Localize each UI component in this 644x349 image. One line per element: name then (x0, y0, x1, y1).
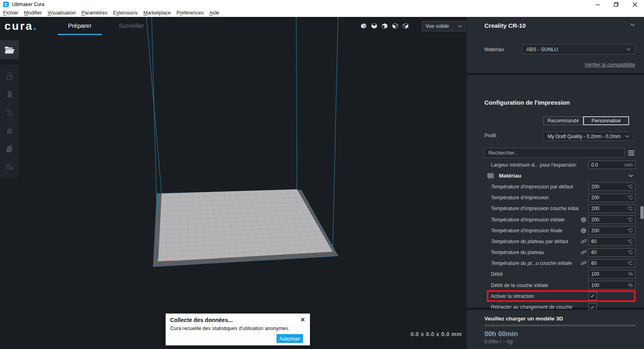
chevron-down-icon (458, 25, 462, 27)
tab-surveiller[interactable]: Surveiller (112, 22, 151, 29)
material-usage-estimate: 0.00m / ~ 0g (484, 339, 513, 345)
chevron-down-icon[interactable] (630, 23, 635, 26)
print-settings-panel: Configuration de l'impression Recommandé… (467, 75, 644, 308)
menu-item-marketplace[interactable]: Marketplace (141, 10, 174, 16)
menu-item-modifier[interactable]: Modifier (21, 10, 45, 16)
minimize-button[interactable] (588, 0, 607, 9)
setting-label: Débit (491, 271, 579, 277)
view-front-icon[interactable] (371, 23, 378, 29)
viewport-3d[interactable]: 0.0 x 0.0 x 0.0 mm (0, 17, 467, 349)
setting-value: 60 (591, 250, 627, 255)
model-dimensions-label: 0.0 x 0.0 x 0.0 mm (403, 331, 462, 337)
setting-value-field[interactable]: 200°C (588, 226, 636, 235)
scale-tool-button[interactable] (4, 88, 16, 100)
menu-item-extensions[interactable]: Extensions (110, 10, 141, 16)
print-time-estimate: 00h 00min (484, 330, 518, 338)
move-tool-icon (5, 71, 15, 81)
custom-mode-button[interactable]: Personnalisé (583, 116, 629, 125)
setting-row[interactable]: Température d’impression par défaut200°C (484, 181, 636, 192)
material-value: ABS - SUNLU (526, 47, 558, 52)
setting-unit: °C (627, 260, 633, 266)
menu-item-fichier[interactable]: Fichier (3, 10, 21, 16)
menu-item-paramtres[interactable]: Paramètres (79, 10, 110, 16)
printer-name[interactable]: Creality CR-10 (484, 22, 526, 29)
setting-value-field[interactable]: 100% (588, 270, 636, 279)
allow-button[interactable]: Autoriser (276, 334, 303, 343)
tab-preparer[interactable]: Préparer (58, 22, 102, 29)
setting-value: 0.0 (591, 162, 625, 168)
restore-button[interactable] (607, 0, 625, 9)
setting-label: Rétracter au changement de couche (491, 304, 579, 310)
function-icon-slot: fx (579, 228, 588, 233)
setting-value-field[interactable]: 200°C (588, 215, 636, 224)
setting-value: 100 (591, 283, 628, 288)
setting-value-field[interactable]: 200°C (588, 204, 636, 213)
setting-row[interactable]: Température du pl...u couche initiale60°… (484, 258, 636, 269)
move-tool-button[interactable] (4, 70, 16, 82)
setting-value-field[interactable]: 60°C (588, 259, 636, 268)
menu-bar: FichierModifierVisualisationParamètresEx… (0, 9, 644, 17)
view-mode-dropdown[interactable]: Vue solide (422, 21, 466, 31)
settings-scrollbar[interactable] (640, 206, 644, 219)
setting-unit: °C (627, 195, 633, 200)
setting-row[interactable]: Température d’impression finalefx200°C (484, 225, 636, 236)
material-label: Matériau (484, 47, 504, 52)
function-icon: fx (581, 217, 586, 223)
setting-category-row[interactable]: Matériau (484, 170, 636, 181)
setting-unit: °C (627, 217, 633, 223)
material-dropdown[interactable]: ABS - SUNLU (522, 44, 635, 54)
settings-search-input[interactable] (488, 150, 620, 156)
setting-row[interactable]: Température du plateau60°C (484, 247, 636, 258)
settings-list: Largeur minimum d... pour l'expansion0.0… (484, 159, 636, 324)
setting-value: 200 (591, 206, 627, 211)
setting-row[interactable]: Température du plateau par défaut60°C (484, 236, 636, 247)
support-blocker-button[interactable] (4, 161, 16, 173)
setting-value-field[interactable]: 60°C (588, 248, 636, 257)
setting-value-field[interactable]: 200°C (588, 182, 636, 191)
setting-value-field[interactable]: 60°C (588, 237, 636, 246)
setting-row[interactable]: Température d’impression200°C (484, 192, 636, 203)
setting-value: 200 (591, 217, 627, 223)
dialog-title: Collecte des données... (170, 317, 233, 323)
cura-logo-dot: . (33, 20, 37, 32)
setting-label: Température d’impression (491, 195, 579, 200)
view-3d-icon[interactable] (360, 23, 367, 29)
view-right-icon[interactable] (402, 23, 409, 29)
setting-label: Activer la rétraction (491, 293, 579, 299)
setting-value: 60 (591, 260, 627, 266)
close-button[interactable] (625, 0, 644, 9)
dialog-close-icon[interactable]: ✕ (300, 316, 305, 323)
open-file-button[interactable] (0, 40, 19, 59)
profile-label: Profil : (484, 133, 499, 138)
setting-value-field[interactable]: 100% (588, 281, 636, 289)
setting-checkbox[interactable]: ✓ (588, 292, 597, 300)
active-tab-underline (58, 34, 102, 35)
setting-row[interactable]: Activer la rétraction✓ (484, 291, 636, 302)
setting-unit: % (628, 271, 633, 277)
per-model-settings-button[interactable] (4, 142, 16, 155)
setting-value-field[interactable]: 0.0mm (588, 161, 636, 169)
setting-row[interactable]: Température d’impression initialefx200°C (484, 214, 636, 225)
check-compatibility-link[interactable]: Vérifier la compatibilité (584, 62, 635, 68)
setting-row[interactable]: Débit de la couche initiale100% (484, 280, 636, 291)
setting-value-field[interactable]: 200°C (588, 194, 636, 202)
profile-dropdown[interactable]: My Draft Quality - 0.2mm - 0.2mm (543, 132, 634, 141)
chevron-down-icon (625, 135, 629, 138)
menu-item-aide[interactable]: Aide (206, 10, 222, 16)
menu-item-visualisation[interactable]: Visualisation (45, 10, 79, 16)
mirror-tool-button[interactable] (4, 124, 16, 136)
settings-search-box[interactable] (484, 148, 625, 158)
view-left-icon[interactable] (392, 23, 399, 29)
setting-row[interactable]: Largeur minimum d... pour l'expansion0.0… (484, 159, 636, 170)
setting-label: Température du plateau (491, 250, 579, 255)
menu-item-prfrences[interactable]: Préférences (174, 10, 206, 16)
svg-text:fx: fx (582, 229, 585, 233)
recommended-mode-button[interactable]: Recommandé (543, 116, 583, 125)
setting-unit: % (628, 283, 633, 288)
setting-row[interactable]: Température d’impression couche initiale… (484, 203, 636, 214)
view-top-icon[interactable] (381, 23, 388, 29)
chevron-down-icon (626, 48, 631, 51)
settings-menu-icon[interactable] (628, 151, 634, 155)
setting-row[interactable]: Débit100% (484, 269, 636, 280)
rotate-tool-button[interactable] (4, 106, 16, 118)
